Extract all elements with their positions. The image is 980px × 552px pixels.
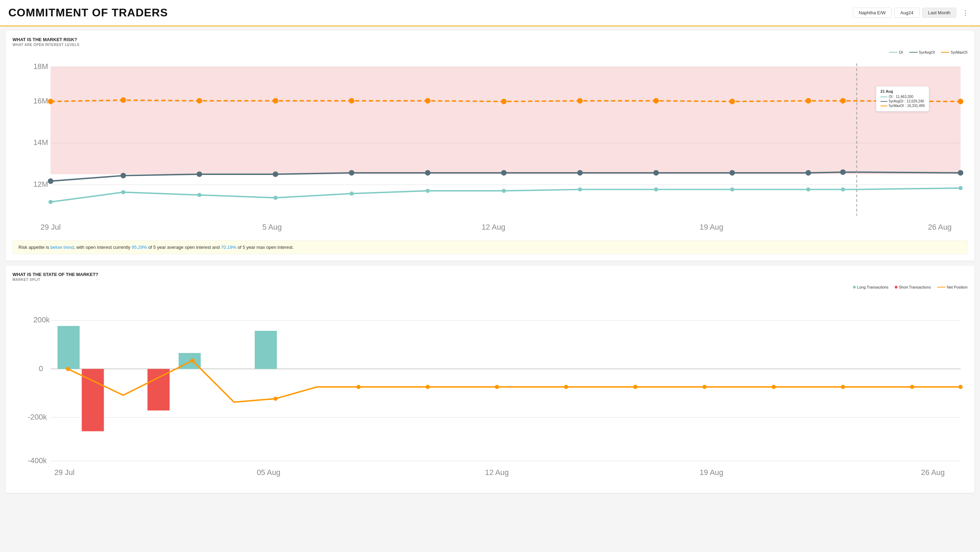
tooltip-avg-label: 5yrAvgOI : [889, 99, 905, 103]
tooltip-oi-value: 11,463,200 [896, 95, 913, 99]
svg-text:0: 0 [39, 364, 43, 373]
svg-point-38 [350, 191, 354, 196]
svg-text:12M: 12M [33, 180, 48, 188]
svg-text:29 Jul: 29 Jul [54, 468, 75, 477]
header-controls: Naphtha E/W Aug24 Last Month ⋮ [853, 7, 972, 19]
risk-text-prefix: Risk appetite is [19, 245, 51, 250]
card2-title: WHAT IS THE STATE OF THE MARKET? [13, 272, 967, 277]
risk-link-below-trend[interactable]: below trend [51, 245, 74, 250]
card1-subtitle: WHAT ARE OPEN INTEREST LEVELS [13, 43, 967, 47]
svg-point-25 [349, 170, 355, 175]
period-button[interactable]: Aug24 [894, 8, 920, 18]
net-line-icon [937, 287, 945, 287]
svg-point-46 [958, 186, 963, 190]
svg-point-27 [501, 170, 506, 175]
risk-text-end: of 5 year max open interest. [236, 245, 294, 250]
legend-long: Long Transactions [853, 285, 888, 289]
svg-point-61 [66, 367, 70, 371]
svg-point-37 [273, 196, 277, 200]
svg-point-11 [273, 98, 278, 104]
legend-oi: OI [889, 50, 903, 54]
long-bar-aug5 [255, 331, 277, 369]
svg-point-28 [577, 170, 583, 175]
svg-point-24 [273, 171, 278, 177]
chart1-tooltip: 21 Aug OI : 11,463,200 5yrAvgOI : 12,029… [876, 86, 929, 112]
risk-notice: Risk appetite is below trend, with open … [13, 240, 967, 254]
main-content: WHAT IS THE MARKET RISK? WHAT ARE OPEN I… [0, 27, 980, 502]
card1-title: WHAT IS THE MARKET RISK? [13, 37, 967, 42]
risk-text-mid2: of 5 year average open interest and [147, 245, 221, 250]
svg-point-21 [48, 179, 53, 184]
oi-line-icon [889, 52, 897, 53]
svg-point-68 [633, 385, 638, 389]
svg-text:-400k: -400k [28, 456, 47, 465]
svg-text:12 Aug: 12 Aug [485, 468, 509, 477]
risk-text-mid: , with open interest currently [74, 245, 132, 250]
svg-point-22 [121, 173, 126, 179]
long-bar-29jul [57, 326, 80, 369]
svg-point-16 [654, 98, 659, 104]
short-dot-icon [895, 286, 897, 289]
chart2-container: 200k 0 -200k -400k [13, 291, 967, 487]
svg-point-64 [356, 385, 361, 389]
chart1-container: 18M 16M 14M 12M [13, 56, 967, 238]
svg-text:-200k: -200k [28, 413, 47, 421]
svg-point-40 [502, 189, 506, 193]
svg-point-20 [958, 99, 963, 104]
net-label: Net Position [947, 285, 967, 289]
svg-point-73 [958, 385, 963, 389]
market-state-card: WHAT IS THE STATE OF THE MARKET? MARKET … [6, 266, 974, 493]
svg-point-65 [426, 385, 430, 389]
legend-max: 5yrMaxOI [941, 50, 967, 54]
svg-point-9 [121, 97, 126, 103]
long-dot-icon [853, 286, 856, 289]
pink-band [51, 67, 961, 174]
header: COMMITMENT OF TRADERS Naphtha E/W Aug24 … [0, 0, 980, 27]
market-risk-card: WHAT IS THE MARKET RISK? WHAT ARE OPEN I… [6, 31, 974, 261]
svg-point-19 [840, 98, 846, 104]
svg-point-70 [772, 385, 776, 389]
svg-text:19 Aug: 19 Aug [700, 468, 724, 477]
svg-point-33 [958, 170, 963, 175]
svg-point-29 [654, 170, 659, 175]
svg-point-8 [48, 99, 53, 104]
svg-point-66 [495, 385, 499, 389]
avg-label: 5yrAvgOI [919, 50, 935, 54]
long-label: Long Transactions [857, 285, 888, 289]
svg-point-62 [191, 359, 195, 363]
tooltip-max-value: 16,331,499 [907, 104, 924, 108]
more-menu-icon[interactable]: ⋮ [959, 7, 972, 19]
svg-text:18M: 18M [33, 62, 48, 71]
svg-point-69 [703, 385, 707, 389]
svg-point-35 [121, 190, 125, 195]
svg-point-15 [577, 98, 583, 104]
risk-pct2: 70.19% [221, 245, 236, 250]
svg-point-31 [806, 170, 811, 175]
svg-text:12 Aug: 12 Aug [482, 223, 505, 231]
svg-text:16M: 16M [33, 97, 48, 105]
svg-point-12 [349, 98, 355, 104]
svg-point-43 [730, 187, 734, 191]
svg-point-10 [197, 98, 202, 104]
chart2-legend: Long Transactions Short Transactions Net… [13, 285, 967, 289]
chart1-svg: 18M 16M 14M 12M [13, 56, 967, 237]
tooltip-max-color [880, 105, 888, 106]
avg-line-icon [909, 52, 918, 53]
tooltip-oi-label: OI : [889, 95, 894, 99]
svg-point-18 [806, 98, 811, 104]
risk-pct1: 95.29% [132, 245, 147, 250]
svg-point-26 [425, 170, 431, 175]
svg-point-14 [501, 99, 506, 104]
range-button[interactable]: Last Month [922, 8, 956, 18]
card2-subtitle: MARKET SPLIT [13, 278, 967, 282]
svg-text:200k: 200k [33, 315, 50, 324]
page-title: COMMITMENT OF TRADERS [8, 6, 168, 19]
svg-point-17 [729, 99, 735, 104]
max-line-icon [941, 52, 949, 53]
legend-avg: 5yrAvgOI [909, 50, 935, 54]
legend-net: Net Position [937, 285, 967, 289]
commodity-button[interactable]: Naphtha E/W [853, 8, 892, 18]
svg-point-23 [197, 171, 202, 177]
chart1-legend: OI 5yrAvgOI 5yrMaxOI [13, 50, 967, 54]
svg-text:26 Aug: 26 Aug [928, 223, 951, 231]
